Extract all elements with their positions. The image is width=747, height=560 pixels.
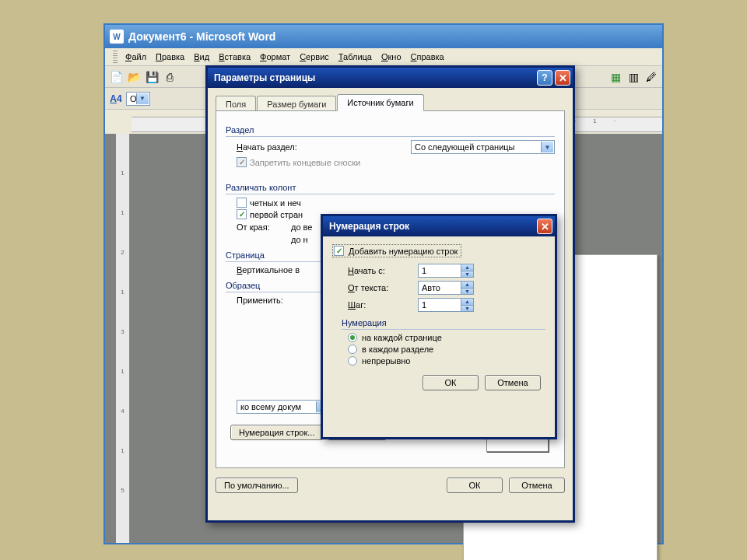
excel-icon[interactable]: ▦ — [608, 69, 623, 85]
suppress-endnotes-checkbox: ✓ Запретить концевые сноски — [237, 157, 555, 167]
word-titlebar: W Документ6 - Microsoft Word — [105, 25, 662, 48]
toolbar-grip-icon — [113, 51, 117, 63]
drawing-icon[interactable]: 🖉 — [644, 69, 659, 85]
spin-up-icon[interactable]: ▲ — [461, 264, 473, 271]
to-header-label: до ве — [291, 222, 312, 232]
numbering-group-label: Нумерация — [342, 318, 545, 330]
page-setup-titlebar[interactable]: Параметры страницы ? ✕ — [208, 68, 573, 88]
word-title: Документ6 - Microsoft Word — [128, 30, 275, 43]
close-icon[interactable]: ✕ — [555, 70, 570, 86]
open-icon[interactable]: 📂 — [126, 69, 142, 85]
radio-icon — [348, 356, 357, 366]
start-at-label: Начать с: — [348, 266, 418, 275]
line-numbers-dialog: Нумерация строк ✕ ✓ Добавить нумерацию с… — [321, 214, 557, 439]
spin-down-icon[interactable]: ▼ — [461, 289, 473, 295]
to-footer-label: до н — [291, 235, 308, 244]
checkbox-icon: ✓ — [334, 246, 344, 256]
default-button[interactable]: По умолчанию... — [216, 478, 298, 493]
help-button[interactable]: ? — [537, 70, 552, 86]
checkbox-icon: ✓ — [237, 209, 247, 219]
font-combo[interactable]: О ▼ — [126, 92, 150, 106]
menu-file[interactable]: Файл — [125, 52, 146, 61]
ln-cancel-button[interactable]: Отмена — [485, 375, 541, 390]
tab-paper-size[interactable]: Размер бумаги — [257, 96, 336, 112]
even-odd-checkbox[interactable]: четных и неч — [237, 198, 555, 208]
menu-format[interactable]: Формат — [260, 52, 290, 61]
add-line-numbering-checkbox[interactable]: ✓ Добавить нумерацию строк — [332, 244, 461, 257]
apply-to-label: Применить: — [237, 296, 283, 397]
page-setup-footer: По умолчанию... ОК Отмена — [208, 474, 573, 499]
columns-icon[interactable]: ▥ — [626, 69, 641, 85]
checkbox-icon — [237, 198, 247, 208]
cancel-button[interactable]: Отмена — [509, 478, 565, 493]
menu-edit[interactable]: Правка — [156, 52, 184, 61]
close-icon[interactable]: ✕ — [537, 219, 552, 234]
spin-up-icon[interactable]: ▲ — [461, 282, 473, 289]
tabs: Поля Размер бумаги Источник бумаги — [216, 94, 565, 111]
radio-each-section[interactable]: в каждом разделе — [348, 345, 545, 354]
radio-icon — [348, 345, 357, 354]
line-numbers-button[interactable]: Нумерация строк... — [230, 425, 323, 440]
vertical-ruler: 1 1 2 1 3 1 4 1 5 — [116, 134, 130, 543]
menu-insert[interactable]: Вставка — [219, 52, 251, 61]
ok-button[interactable]: ОК — [447, 478, 503, 493]
radio-icon — [348, 333, 357, 342]
line-numbers-title: Нумерация строк — [329, 221, 409, 232]
start-at-spinner[interactable]: 1 ▲▼ — [418, 264, 474, 278]
menu-view[interactable]: Вид — [194, 52, 209, 61]
checkbox-icon: ✓ — [237, 157, 247, 167]
line-numbers-titlebar[interactable]: Нумерация строк ✕ — [323, 216, 555, 236]
start-section-label: Начать раздел: — [237, 142, 338, 152]
page-setup-title: Параметры страницы — [214, 72, 315, 83]
save-icon[interactable]: 💾 — [144, 69, 160, 85]
spin-down-icon[interactable]: ▼ — [461, 271, 473, 278]
radio-continuous[interactable]: непрерывно — [348, 356, 545, 366]
print-icon[interactable]: ⎙ — [162, 69, 177, 85]
step-spinner[interactable]: 1 ▲▼ — [418, 298, 474, 312]
from-edge-label: От края: — [237, 222, 291, 232]
from-text-label: От текста: — [348, 283, 418, 292]
menu-window[interactable]: Окно — [381, 52, 402, 61]
new-doc-icon[interactable]: 📄 — [108, 69, 124, 85]
menu-table[interactable]: Таблица — [338, 52, 372, 61]
from-text-spinner[interactable]: Авто ▲▼ — [418, 281, 474, 295]
menu-tools[interactable]: Сервис — [300, 52, 329, 61]
start-section-combo[interactable]: Со следующей страницы ▼ — [411, 140, 555, 154]
tab-paper-source[interactable]: Источник бумаги — [337, 94, 423, 111]
style-icon[interactable]: A4 — [108, 91, 124, 107]
chevron-down-icon[interactable]: ▼ — [541, 142, 553, 152]
ln-ok-button[interactable]: ОК — [423, 375, 479, 390]
radio-each-page[interactable]: на каждой странице — [348, 333, 545, 342]
spin-down-icon[interactable]: ▼ — [461, 306, 473, 312]
menu-bar[interactable]: Файл Правка Вид Вставка Формат Сервис Та… — [105, 48, 662, 66]
menu-help[interactable]: Справка — [411, 52, 444, 61]
word-app-icon: W — [110, 30, 124, 44]
spin-up-icon[interactable]: ▲ — [461, 299, 473, 306]
step-label: Шаг: — [348, 300, 418, 310]
tab-margins[interactable]: Поля — [216, 96, 256, 112]
headers-group-label: Различать колонт — [226, 183, 555, 194]
section-group-label: Раздел — [226, 125, 555, 137]
apply-to-combo[interactable]: ко всему докум ▼ — [237, 400, 330, 414]
dropdown-arrow-icon[interactable]: ▼ — [136, 93, 149, 104]
